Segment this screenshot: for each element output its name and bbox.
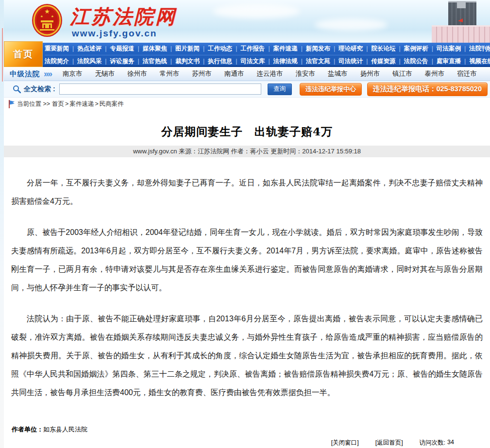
article-title: 分居期间妻生子 出轨妻子赔4万 [11,124,483,139]
nav-link[interactable]: 法官热线 [135,57,167,66]
city-link[interactable]: 淮安市 [296,69,316,78]
site-url: www.jsfy.gov.cn [72,28,177,39]
author-unit-value: 如东县人民法院 [43,426,87,433]
fulltext-search-label: 全文检索 : [24,85,55,94]
nav-link[interactable]: 法院简介 [45,57,69,66]
city-link[interactable]: 盐城市 [328,69,348,78]
double-chevron-icon: »» [44,69,51,78]
cloud-decoration [315,18,388,31]
nav-link[interactable]: 执行信息 [200,57,232,66]
nav-link[interactable]: 司法文库 [232,57,265,66]
city-link[interactable]: 扬州市 [360,69,380,78]
page: ★ ★ ★ 江苏法院网 www.jsfy.gov.cn [0,0,490,448]
city-link[interactable]: 徐州市 [127,69,147,78]
courthouse-podium [432,25,490,43]
nav-link[interactable]: 院长论坛 [363,45,395,53]
nav-link[interactable]: 司法案例 [428,45,461,53]
site-header: ★ ★ ★ 江苏法院网 www.jsfy.gov.cn [4,0,490,43]
red-flag-icon [458,18,463,22]
query-button[interactable]: 查询 [268,83,292,95]
article-content: 分居期间妻生子 出轨妻子赔4万 www.jsfy.gov.cn 来源：江苏法院网… [4,124,490,448]
breadcrumb: 当前位置 >> 首页 案件速递 民商案件 [4,98,490,111]
article-body: 分居一年，互不履行夫妻义务，却意外得知妻子已再育一子。近日，如东县人民法院审结一… [11,174,483,402]
national-emblem-icon: ★ ★ ★ [31,3,63,38]
author-unit: 作者单位：如东县人民法院 [12,425,87,434]
nav-row-1: 重要新闻 热点述评 专题报道 媒体聚焦 图片新闻 工作动态 工作报告 案件速递 … [45,43,490,55]
city-link[interactable]: 连云港市 [256,69,283,78]
breadcrumb-label: 当前位置 >> [17,100,50,108]
nav-link[interactable]: 媒体聚焦 [135,45,167,53]
nav-link[interactable]: 法官文苑 [298,57,330,66]
article-paragraph: 法院认为：由于原、被告不能正确处理好家庭琐事，自2013年6月分居至今，原告提出… [11,310,483,402]
nav-link[interactable]: 专题报道 [101,45,134,53]
search-bar: 全文检索 : 查询 违法违纪举报中心 违法违纪举报电话：025-83785020 [4,81,490,98]
nav-link[interactable]: 视频在线 [461,57,490,66]
nav-link[interactable]: 案例评析 [396,45,428,53]
nav-link[interactable]: 法律法规 [265,57,298,66]
city-link[interactable]: 南通市 [224,69,244,78]
left-edge-strip [0,0,4,448]
nav-link[interactable]: 传媒资源 [363,57,395,66]
nav-link[interactable]: 工作动态 [200,45,232,53]
nav-link[interactable]: 图片新闻 [167,45,200,53]
author-unit-label: 作者单位： [12,426,43,433]
article-paragraph: 分居一年，互不履行夫妻义务，却意外得知妻子已再育一子。近日，如东县人民法院审结一… [11,174,483,211]
city-link[interactable]: 镇江市 [392,69,412,78]
article-footer-links: [关闭窗口] [返回首页] 访问次数: 34 [331,439,454,447]
nav-link[interactable]: 工作报告 [232,45,265,53]
city-link[interactable]: 苏州市 [192,69,212,78]
search-input[interactable] [59,83,261,95]
visit-counter-value: 34 [447,439,454,447]
nav-link[interactable]: 法院公告 [396,57,428,66]
nav-link[interactable]: 诉讼服务 [101,57,134,66]
city-link[interactable]: 无锡市 [95,69,115,78]
breadcrumb-section[interactable]: 案件速递 [64,100,94,108]
back-home-link[interactable]: [返回首页] [375,439,403,447]
city-links: 南京市 无锡市 徐州市 常州市 苏州市 南通市 连云港市 淮安市 盐城市 扬州市… [56,69,483,78]
nav-link[interactable]: 裁判文书 [167,57,200,66]
main-nav: 首页 重要新闻 热点述评 专题报道 媒体聚焦 图片新闻 工作动态 工作报告 案件… [4,43,490,67]
cloud-decoration [213,4,300,18]
svg-text:★: ★ [51,15,54,18]
nav-row-2: 法院简介 法院风采 诉讼服务 法官热线 裁判文书 执行信息 司法文库 法律法规 … [45,55,490,67]
close-window-link[interactable]: [关闭窗口] [331,439,359,447]
breadcrumb-home[interactable]: 首页 [52,100,64,108]
report-phone-button[interactable]: 违法违纪举报电话：025-83785020 [367,83,488,96]
article-meta: www.jsfy.gov.cn 来源：江苏法院网 作者：蒋小云 更新时间：201… [4,146,490,157]
city-link[interactable]: 宿迁市 [457,69,477,78]
site-name: 江苏法院网 [70,6,177,27]
city-link[interactable]: 泰州市 [425,69,445,78]
report-center-button[interactable]: 违法违纪举报中心 [300,83,362,96]
city-link[interactable]: 南京市 [63,69,83,78]
nav-link[interactable]: 庭审直播 [428,57,461,66]
flag-icon [8,100,15,108]
nav-link[interactable]: 司法统计 [330,57,363,66]
nav-link[interactable]: 法院刊物 [461,45,490,53]
intermediate-court-label: 中级法院 [10,69,40,79]
breadcrumb-category[interactable]: 民商案件 [94,100,123,108]
search-icon [13,85,21,93]
svg-text:★: ★ [44,8,50,15]
city-link[interactable]: 常州市 [160,69,180,78]
nav-link[interactable]: 重要新闻 [45,45,69,53]
city-court-bar: 中级法院 »» 南京市 无锡市 徐州市 常州市 苏州市 南通市 连云港市 淮安市… [4,67,490,81]
nav-link[interactable]: 法院风采 [69,57,101,66]
nav-link[interactable]: 热点述评 [69,45,101,53]
nav-link[interactable]: 理论研究 [330,45,363,53]
visit-counter-label: 访问次数: [420,439,445,447]
nav-link[interactable]: 案件速递 [265,45,298,53]
nav-link[interactable]: 新闻发布 [298,45,330,53]
svg-text:★: ★ [40,15,43,18]
article-paragraph: 原、被告于2003年经人介绍相识，2004年登记结婚，同年生育一女儿，现在小学就… [11,223,483,297]
courthouse-image [410,0,490,43]
home-tab[interactable]: 首页 [4,41,43,67]
visit-counter: 访问次数: 34 [420,439,454,447]
site-logo[interactable]: ★ ★ ★ 江苏法院网 www.jsfy.gov.cn [31,3,177,39]
